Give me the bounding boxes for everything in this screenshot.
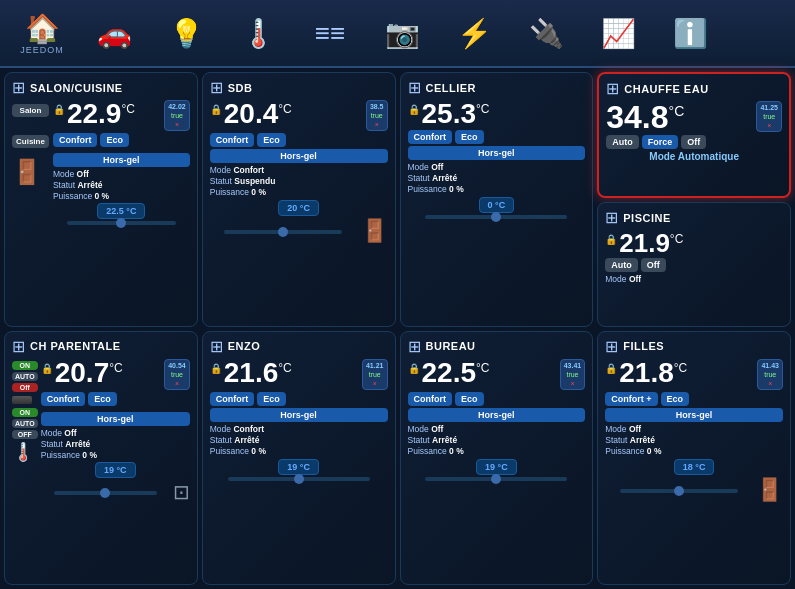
card-title-ch-parentale: CH PARENTALE	[30, 340, 121, 352]
parentale-content: 🔒 20.7 °C 40.54 true × Confort Eco Hors-…	[41, 359, 190, 504]
lock-icon-sdb: 🔒	[210, 104, 222, 115]
nav-network[interactable]: 🔌	[510, 3, 582, 63]
eco-button-sdb[interactable]: Eco	[257, 133, 286, 147]
info-icon: ℹ️	[673, 17, 708, 50]
card-title-bureau: BUREAU	[426, 340, 476, 352]
confort-button-cellier[interactable]: Confort	[408, 130, 453, 144]
door-icon-sdb: 🚪	[361, 218, 388, 244]
temp-badge-salon: 42.02 true ×	[164, 100, 190, 131]
statut-filles: Statut Arrêté	[605, 435, 783, 445]
salon-button[interactable]: Salon	[12, 104, 49, 117]
card-chauffe-eau: ⊞ CHAUFFE EAU 34.8 °C 41.25 true × Auto …	[597, 72, 791, 198]
thermometer-icon: 🌡️	[241, 17, 276, 50]
mode-buttons-salon: Confort Eco	[53, 133, 190, 147]
setpoint-salon: 22.5 °C	[53, 203, 190, 219]
eco-button-enzo[interactable]: Eco	[257, 392, 286, 406]
nav-garage[interactable]: 🚗	[78, 3, 150, 63]
confort-button-sdb[interactable]: Confort	[210, 133, 255, 147]
nav-camera[interactable]: 📷	[366, 3, 438, 63]
radiator-icon-salon: ⊞	[12, 78, 25, 97]
horsegel-button-cellier[interactable]: Hors-gel	[408, 146, 586, 160]
on-button2-parentale[interactable]: ON	[12, 408, 38, 417]
setpoint-cellier: 0 °C	[408, 197, 586, 213]
nav-lights[interactable]: 💡	[150, 3, 222, 63]
puissance-sdb: Puissance 0 %	[210, 187, 388, 197]
slider-filles[interactable]	[605, 489, 753, 493]
confort-button-salon[interactable]: Confort	[53, 133, 98, 147]
room-selector: Salon Cuisine 🚪	[12, 104, 49, 225]
eco-button-parentale[interactable]: Eco	[88, 392, 117, 406]
slider-enzo[interactable]	[210, 477, 388, 481]
slider-salon[interactable]	[53, 221, 190, 225]
temp-main-parentale: 🔒 20.7 °C	[41, 359, 123, 387]
slider-sdb[interactable]	[210, 230, 357, 234]
temp-badge-sdb: 38.5 true ×	[366, 100, 388, 131]
setpoint-bureau: 19 °C	[408, 459, 586, 475]
mode-buttons-filles: Confort + Eco	[605, 392, 783, 406]
mode-cellier: Mode Off	[408, 162, 586, 172]
slider-cellier[interactable]	[408, 215, 586, 219]
off-button-piscine[interactable]: Off	[641, 258, 666, 272]
confort-button-enzo[interactable]: Confort	[210, 392, 255, 406]
radiator-img-parentale: ⊡	[173, 480, 190, 504]
slider-bureau[interactable]	[408, 477, 586, 481]
lock-icon-parentale: 🔒	[41, 363, 53, 374]
mode-filles: Mode Off	[605, 424, 783, 434]
mode-buttons-bureau: Confort Eco	[408, 392, 586, 406]
auto-button2-parentale[interactable]: AUTO	[12, 419, 38, 428]
setpoint-parentale: 19 °C	[41, 462, 190, 478]
horsegel-button-bureau[interactable]: Hors-gel	[408, 408, 586, 422]
horsegel-button-parentale[interactable]: Hors-gel	[41, 412, 190, 426]
horsegel-button-filles[interactable]: Hors-gel	[605, 408, 783, 422]
nav-temperature[interactable]: 🌡️	[222, 3, 294, 63]
cuisine-button[interactable]: Cuisine	[12, 135, 49, 148]
mode-buttons-chauffe-eau: Auto Force Off	[606, 135, 782, 149]
card-title-enzo: ENZO	[228, 340, 261, 352]
confortplus-button-filles[interactable]: Confort +	[605, 392, 657, 406]
eco-button-salon[interactable]: Eco	[100, 133, 129, 147]
off-button1-parentale[interactable]: Off	[12, 383, 38, 392]
setpoint-value-salon: 22.5 °C	[97, 203, 145, 219]
card-header-filles: ⊞ FILLES	[605, 337, 783, 356]
radiator-icon-ch-parentale: ⊞	[12, 337, 25, 356]
temp-value-enzo: 21.6	[224, 359, 279, 387]
temp-main-enzo: 🔒 21.6 °C	[210, 359, 292, 387]
auto-button-parentale[interactable]: AUTO	[12, 372, 38, 381]
nav-heating[interactable]: ≡≡	[294, 3, 366, 63]
temp-badge-parentale: 40.54 true ×	[164, 359, 190, 390]
setpoint-value-bureau: 19 °C	[476, 459, 517, 475]
door-icon-filles: 🚪	[756, 477, 783, 503]
statut-parentale: Statut Arrêté	[41, 439, 190, 449]
eco-button-bureau[interactable]: Eco	[455, 392, 484, 406]
card-ch-parentale: ⊞ CH PARENTALE ON AUTO Off ON AUTO OFF 🌡…	[4, 331, 198, 586]
temp-value-filles: 21.8	[619, 359, 674, 387]
confort-button-parentale[interactable]: Confort	[41, 392, 86, 406]
force-button-chauffe-eau[interactable]: Force	[642, 135, 679, 149]
slider-parentale[interactable]	[41, 491, 170, 495]
on-button1-parentale[interactable]: ON	[12, 361, 38, 370]
statut-enzo: Statut Arrêté	[210, 435, 388, 445]
off-button2-parentale[interactable]: OFF	[12, 430, 38, 439]
nav-graph[interactable]: 📈	[582, 3, 654, 63]
eco-button-filles[interactable]: Eco	[661, 392, 690, 406]
nav-energy[interactable]: ⚡	[438, 3, 510, 63]
off-button-chauffe-eau[interactable]: Off	[681, 135, 706, 149]
temp-main-filles: 🔒 21.8 °C	[605, 359, 687, 387]
auto-button-piscine[interactable]: Auto	[605, 258, 638, 272]
horsegel-button-salon[interactable]: Hors-gel	[53, 153, 190, 167]
horsegel-button-enzo[interactable]: Hors-gel	[210, 408, 388, 422]
horsegel-button-sdb[interactable]: Hors-gel	[210, 149, 388, 163]
temp-badge-bureau: 43.41 true ×	[560, 359, 586, 390]
mode-salon: Mode Off	[53, 169, 190, 179]
eco-button-cellier[interactable]: Eco	[455, 130, 484, 144]
temp-main-bureau: 🔒 22.5 °C	[408, 359, 490, 387]
card-bureau: ⊞ BUREAU 🔒 22.5 °C 43.41 true × Confort …	[400, 331, 594, 586]
side-controls-parentale: ON AUTO Off ON AUTO OFF 🌡️	[12, 361, 38, 504]
nav-info[interactable]: ℹ️	[654, 3, 726, 63]
temp-display-parentale: 🔒 20.7 °C 40.54 true ×	[41, 359, 190, 390]
confort-button-bureau[interactable]: Confort	[408, 392, 453, 406]
auto-button-chauffe-eau[interactable]: Auto	[606, 135, 639, 149]
top-navigation: 🏠 JEEDOM 🚗 💡 🌡️ ≡≡ 📷 ⚡ 🔌 📈 ℹ️	[0, 0, 795, 68]
logo: 🏠 JEEDOM	[6, 12, 78, 55]
lock-icon-bureau: 🔒	[408, 363, 420, 374]
